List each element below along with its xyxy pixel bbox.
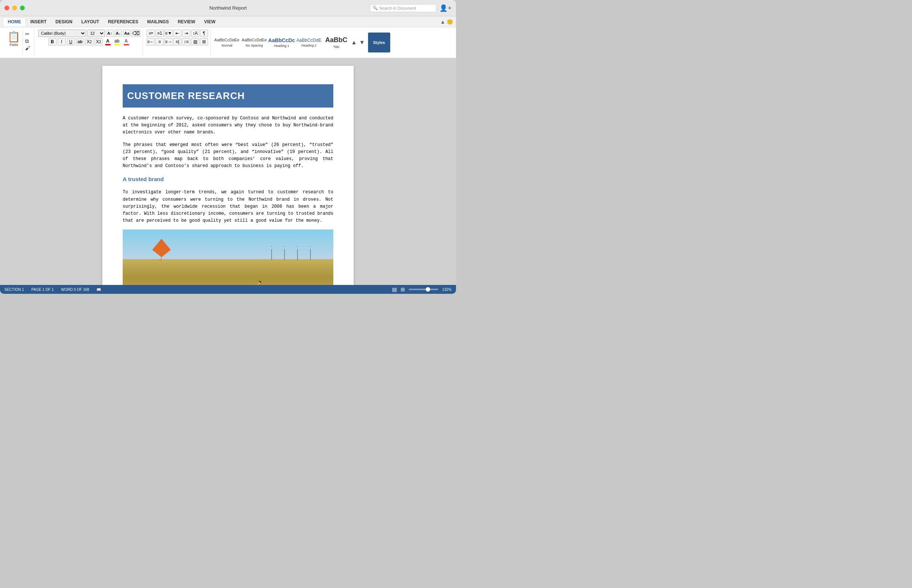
align-center-button[interactable]: ≡ [156, 38, 164, 45]
wind-turbines: ✦ ✦ ✦ ✦ [271, 244, 311, 260]
style-heading1[interactable]: AaBbCcDc Heading 1 [268, 32, 295, 53]
font-color-button[interactable]: A [104, 38, 112, 45]
app-window: Northwind Report 🔍 Search in Document 👤+… [0, 0, 456, 294]
cut-icon[interactable]: ✂ [25, 31, 30, 37]
user-icon[interactable]: 👤+ [439, 4, 452, 12]
status-bar: SECTION 1 PAGE 1 OF 1 WORD 0 OF 168 📖 ▤ … [0, 285, 456, 294]
font-case-button[interactable]: Aa [123, 29, 131, 37]
zoom-thumb [426, 287, 430, 292]
tab-view[interactable]: VIEW [200, 18, 220, 26]
style-normal[interactable]: AaBbCcDdEe Normal [213, 32, 240, 53]
styles-scroll-down[interactable]: ▼ [358, 39, 366, 47]
styles-scroll-up[interactable]: ▲ [350, 39, 358, 47]
paragraph-3: To investigate longer-term trends, we ag… [123, 189, 333, 225]
copy-icon[interactable]: ⧉ [25, 38, 30, 44]
style-heading2[interactable]: AaBbCcDdE Heading 2 [295, 32, 322, 53]
turbine-4: ✦ [309, 244, 311, 260]
maximize-button[interactable] [20, 6, 25, 10]
svg-line-1 [160, 257, 161, 261]
style-no-spacing[interactable]: AaBbCcDdEe No Spacing [241, 32, 268, 53]
zoom-level: 132% [442, 288, 452, 292]
tab-mailings[interactable]: MAILINGS [143, 18, 173, 26]
view-layout-button[interactable]: ▤ [392, 286, 397, 292]
minimize-button[interactable] [12, 6, 17, 10]
highlight-color-button[interactable]: ab [113, 38, 121, 45]
style-heading2-preview: AaBbCcDdE [296, 38, 321, 43]
tab-references[interactable]: REFERENCES [103, 18, 143, 26]
paragraph-2: The phrases that emerged most often were… [123, 142, 333, 170]
font-grow-button[interactable]: A↑ [106, 29, 113, 37]
document-body[interactable]: A customer research survey, co-sponsored… [123, 115, 333, 285]
subscript-button[interactable]: X2 [86, 38, 94, 45]
svg-line-2 [158, 259, 160, 261]
paste-icon: 📋 [7, 32, 20, 42]
borders-button[interactable]: ⊞ [200, 38, 208, 45]
tab-design[interactable]: DESIGN [51, 18, 77, 26]
status-words: WORD 0 OF 168 [61, 288, 89, 292]
paste-label: Paste [10, 43, 18, 47]
turbine-3: ✦ [296, 244, 298, 260]
title-bar: Northwind Report 🔍 Search in Document 👤+ [0, 0, 456, 16]
kite-scene: ✦ ✦ ✦ ✦ [123, 229, 333, 285]
align-right-button[interactable]: ≡→ [165, 38, 173, 45]
paragraph-group: ≡• ≡1 ≡▼ ⇤ ⇥ ↕A ¶ ≡← ≡ ≡→ ≡| ↕≡ ▨ ⊞ [144, 29, 211, 56]
para-row-1: ≡• ≡1 ≡▼ ⇤ ⇥ ↕A ¶ [147, 29, 208, 37]
document-heading-banner: CUSTOMER RESEARCH [123, 84, 333, 108]
tab-home[interactable]: HOME [3, 17, 26, 26]
ribbon-nav: ▲ 🙂 [440, 19, 453, 25]
style-nospacing-label: No Spacing [246, 44, 263, 47]
italic-button[interactable]: I [58, 38, 66, 45]
ribbon-collapse-btn[interactable]: ▲ [440, 19, 445, 25]
strikethrough-button[interactable]: ab [76, 38, 84, 45]
shading-button[interactable]: ▨ [191, 38, 199, 45]
status-book-icon[interactable]: 📖 [97, 288, 101, 292]
search-box[interactable]: 🔍 Search in Document [370, 4, 436, 12]
styles-panel-button[interactable]: Styles [368, 32, 390, 52]
style-title[interactable]: AaBbC Title [323, 32, 350, 53]
multilevel-button[interactable]: ≡▼ [165, 29, 173, 37]
superscript-button[interactable]: X2 [95, 38, 103, 45]
text-color-button[interactable]: A [122, 38, 131, 45]
show-hide-button[interactable]: ¶ [200, 29, 208, 37]
paste-button[interactable]: 📋 Paste [5, 30, 23, 55]
font-shrink-button[interactable]: A↓ [115, 29, 122, 37]
document-page[interactable]: CUSTOMER RESEARCH A customer research su… [102, 66, 354, 285]
runner-figure: 🏃 [254, 279, 267, 285]
document-area[interactable]: CUSTOMER RESEARCH A customer research su… [0, 58, 456, 285]
bold-button[interactable]: B [48, 38, 56, 45]
style-normal-preview: AaBbCcDdEe [214, 38, 239, 42]
turbine-2: ✦ [284, 244, 286, 260]
paragraph-1: A customer research survey, co-sponsored… [123, 115, 333, 136]
tab-layout[interactable]: LAYOUT [77, 18, 103, 26]
numbering-button[interactable]: ≡1 [156, 29, 164, 37]
format-painter-icon[interactable]: 🖌 [25, 45, 30, 52]
style-heading2-label: Heading 2 [301, 44, 316, 47]
status-section: SECTION 1 [5, 288, 24, 292]
zoom-slider[interactable] [409, 289, 438, 290]
document-heading: CUSTOMER RESEARCH [127, 90, 329, 102]
font-row-1: Calibri (Body) 12 A↑ A↓ Aa ⌫ [38, 29, 140, 37]
view-read-button[interactable]: ⊞ [400, 286, 405, 292]
sort-button[interactable]: ↕A [191, 29, 199, 37]
line-spacing-button[interactable]: ↕≡ [182, 38, 190, 45]
ribbon-tabs: HOME INSERT DESIGN LAYOUT REFERENCES MAI… [0, 16, 456, 27]
close-button[interactable] [5, 6, 9, 10]
tab-insert[interactable]: INSERT [26, 18, 51, 26]
bullets-button[interactable]: ≡• [147, 29, 155, 37]
style-normal-label: Normal [221, 44, 232, 47]
font-size-select[interactable]: 12 [87, 29, 105, 37]
increase-indent-button[interactable]: ⇥ [182, 29, 190, 37]
tab-review[interactable]: REVIEW [173, 18, 200, 26]
document-image: ✦ ✦ ✦ ✦ [123, 229, 333, 285]
clear-format-button[interactable]: ⌫ [132, 29, 140, 37]
styles-group: AaBbCcDdEe Normal AaBbCcDdEe No Spacing … [212, 29, 392, 56]
style-title-preview: AaBbC [325, 36, 347, 44]
font-family-select[interactable]: Calibri (Body) [38, 29, 86, 37]
align-left-button[interactable]: ≡← [147, 38, 155, 45]
underline-button[interactable]: U [67, 38, 75, 45]
ribbon-smiley-btn[interactable]: 🙂 [447, 19, 453, 25]
subheading-trusted-brand: A trusted brand [123, 175, 333, 184]
ribbon-toolbar: 📋 Paste ✂ ⧉ 🖌 Calibri (Body) 12 A↑ A↓ Aa [0, 27, 456, 58]
decrease-indent-button[interactable]: ⇤ [173, 29, 181, 37]
justify-button[interactable]: ≡| [173, 38, 181, 45]
